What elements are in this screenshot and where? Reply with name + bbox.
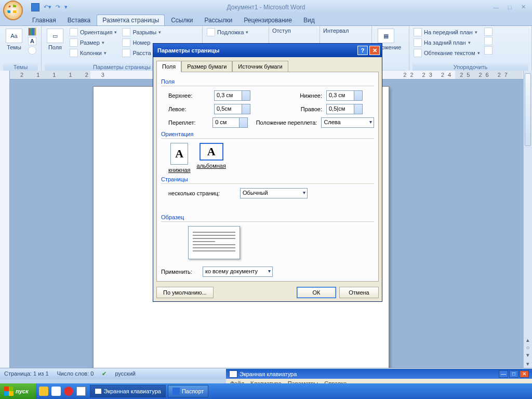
quicklaunch-icon[interactable] [51, 387, 61, 396]
dialog-close-button[interactable]: ✕ [369, 46, 380, 55]
breaks-icon [122, 28, 130, 36]
osk-close-button[interactable]: ✕ [520, 370, 529, 378]
group-themes-label: Темы [3, 63, 38, 71]
text-wrap-button[interactable]: Обтекание текстом [413, 48, 481, 58]
size-button[interactable]: Размер [69, 38, 118, 47]
osk-title-text: Экранная клавиатура [240, 371, 297, 377]
scroll-down-icon[interactable]: ▾ [524, 360, 532, 368]
label-gutter: Переплет: [168, 119, 208, 126]
send-back-icon [414, 38, 422, 47]
tab-view[interactable]: Вид [298, 15, 320, 25]
size-icon [70, 38, 78, 47]
group-arrange-label: Упорядочить [413, 63, 528, 71]
watermark-button[interactable]: Подложка [206, 28, 249, 37]
quicklaunch-icon[interactable] [64, 387, 73, 396]
rotate-icon[interactable] [484, 46, 493, 55]
select-multipages[interactable]: Обычный [240, 188, 308, 198]
next-page-icon[interactable]: ▾ [526, 352, 529, 358]
vertical-ruler[interactable] [0, 71, 10, 368]
tab-mailings[interactable]: Рассылки [199, 15, 237, 25]
scrollbar-thumb[interactable] [525, 73, 531, 146]
line-numbers-icon [122, 38, 130, 47]
ribbon-tabs: Главная Вставка Разметка страницы Ссылки… [0, 14, 532, 25]
quicklaunch-icon[interactable] [76, 387, 86, 396]
window-title: Документ1 - Microsoft Word [0, 4, 532, 11]
taskbar: пуск Экранная клавиатура Паспорт [0, 383, 532, 399]
page-setup-dialog: Параметры страницы ? ✕ Поля Размер бумаг… [153, 43, 382, 302]
align-icon[interactable] [484, 28, 493, 36]
taskbar-task-osk[interactable]: Экранная клавиатура [90, 385, 166, 397]
breaks-button[interactable]: Разрывы [121, 28, 162, 37]
status-language[interactable]: русский [115, 370, 135, 377]
columns-button[interactable]: Колонки [69, 48, 118, 58]
start-label: пуск [16, 388, 29, 394]
tab-review[interactable]: Рецензирование [238, 15, 297, 25]
start-button[interactable]: пуск [0, 383, 36, 399]
tab-references[interactable]: Ссылки [166, 15, 198, 25]
prev-page-icon[interactable]: ▴ [526, 337, 529, 343]
dialog-tab-source[interactable]: Источник бумаги [232, 61, 288, 72]
bring-front-icon [414, 28, 422, 36]
input-left-margin[interactable]: 0,5см▲▼ [214, 104, 250, 114]
themes-button[interactable]: Aa Темы [3, 28, 25, 63]
input-bottom-margin[interactable]: 0,3 см▲▼ [326, 90, 363, 101]
themes-label: Темы [7, 44, 21, 50]
browse-icon[interactable]: ○ [526, 344, 530, 351]
orientation-icon [70, 28, 78, 36]
position-icon: ▦ [383, 33, 389, 39]
osk-app-icon [229, 370, 237, 378]
group-margins-label: Поля [161, 78, 374, 85]
theme-fonts-icon[interactable]: A [28, 37, 36, 45]
input-gutter[interactable]: 0 см▲▼ [212, 117, 248, 128]
quicklaunch-icon[interactable] [39, 387, 48, 396]
word-icon [172, 388, 180, 395]
vertical-scrollbar[interactable]: ▴ ▴○▾ ▾ [523, 71, 532, 368]
label-right: Правое: [255, 106, 322, 112]
status-page[interactable]: Страница: 1 из 1 [4, 370, 49, 377]
columns-icon [70, 49, 78, 57]
orientation-landscape[interactable]: A альбомная [197, 143, 226, 173]
hyphenation-icon [122, 49, 130, 57]
dialog-title-text: Параметры страницы [157, 47, 219, 54]
default-button[interactable]: По умолчанию... [156, 287, 214, 298]
tab-insert[interactable]: Вставка [62, 15, 96, 25]
cancel-button[interactable]: Отмена [339, 287, 379, 298]
wrap-icon [414, 49, 422, 57]
dialog-help-button[interactable]: ? [357, 46, 368, 55]
input-top-margin[interactable]: 0,3 см▲▼ [214, 90, 250, 101]
osk-titlebar[interactable]: Экранная клавиатура — □ ✕ [226, 369, 532, 379]
group-icon[interactable] [484, 37, 493, 45]
label-multipages: несколько страниц: [168, 190, 236, 196]
dialog-tab-paper[interactable]: Размер бумаги [181, 61, 232, 72]
osk-maximize-button[interactable]: □ [509, 370, 518, 378]
label-top: Верхнее: [168, 92, 210, 99]
send-back-button[interactable]: На задний план [413, 38, 481, 47]
bring-front-button[interactable]: На передний план [413, 28, 481, 37]
margins-icon: ▭ [52, 33, 58, 39]
label-bottom: Нижнее: [255, 92, 322, 99]
orientation-button[interactable]: Ориентация [69, 28, 118, 37]
theme-effects-icon[interactable] [28, 46, 36, 55]
themes-icon: Aa [10, 33, 17, 39]
label-left: Левое: [168, 106, 210, 112]
orientation-portrait[interactable]: A книжная [168, 143, 191, 173]
landscape-label: альбомная [197, 163, 226, 169]
osk-icon [95, 388, 102, 394]
group-orientation-label: Ориентация [161, 131, 374, 137]
taskbar-task-passport[interactable]: Паспорт [168, 385, 209, 397]
select-gutter-pos[interactable]: Слева [321, 117, 374, 128]
margins-button[interactable]: ▭ Поля [45, 28, 65, 63]
ok-button[interactable]: ОК [297, 287, 336, 298]
tab-page-layout[interactable]: Разметка страницы [97, 15, 165, 25]
sample-preview [188, 226, 240, 259]
status-words[interactable]: Число слов: 0 [57, 370, 94, 377]
theme-colors-icon[interactable] [28, 28, 36, 36]
osk-minimize-button[interactable]: — [499, 370, 508, 378]
label-gutter-pos: Положение переплета: [252, 119, 317, 126]
tab-home[interactable]: Главная [27, 15, 61, 25]
dialog-titlebar[interactable]: Параметры страницы ? ✕ [153, 44, 382, 57]
select-apply-to[interactable]: ко всему документу [203, 267, 273, 277]
dialog-tab-margins[interactable]: Поля [156, 61, 181, 72]
proofing-icon[interactable]: ✔ [102, 370, 107, 377]
input-right-margin[interactable]: 0,5|см▲▼ [326, 104, 363, 114]
